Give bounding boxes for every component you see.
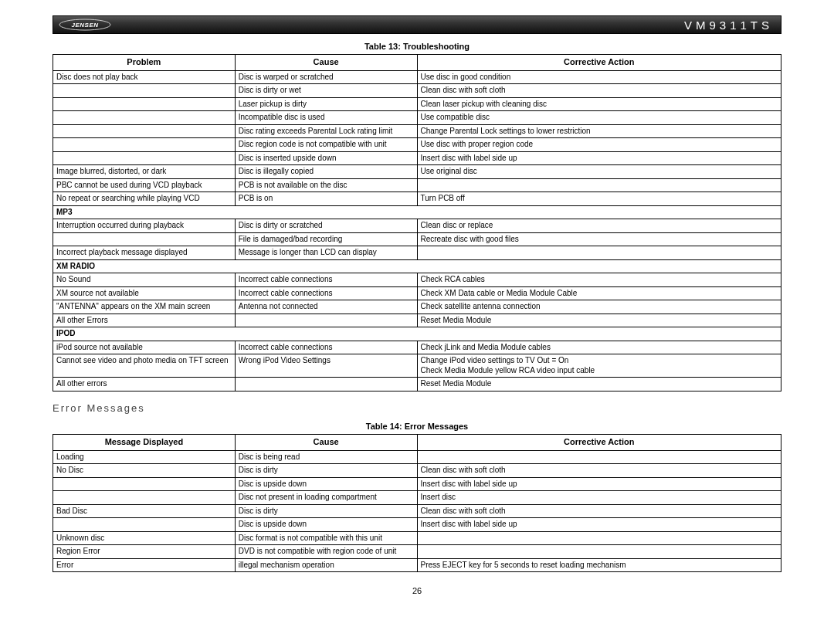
table-cell [235, 314, 417, 327]
table-cell: Insert disc with label side up [417, 151, 781, 165]
table-cell: Unknown disc [53, 531, 236, 545]
table-cell [417, 246, 781, 260]
table-cell: Check satellite antenna connection [417, 300, 781, 314]
table-cell: Disc is illegally copied [235, 165, 417, 179]
table-cell: No repeat or searching while playing VCD [53, 192, 236, 206]
table-cell: Use disc with proper region code [417, 138, 781, 152]
table-cell: Disc region code is not compatible with … [235, 138, 417, 152]
header-bar: JENSEN VM9311TS [53, 15, 781, 34]
table-cell: Disc is dirty [235, 464, 417, 478]
table13-title: Table 13: Troubleshooting [53, 42, 781, 51]
table-cell: Disc is inserted upside down [235, 151, 417, 165]
table-cell: PBC cannot be used during VCD playback [53, 178, 236, 192]
table-cell [53, 518, 236, 532]
table-cell: All other Errors [53, 314, 236, 327]
table-cell: "ANTENNA" appears on the XM main screen [53, 300, 236, 314]
col-header-action: Corrective Action [417, 434, 781, 450]
table-cell: Error [53, 558, 236, 572]
table-cell: Use disc in good condition [417, 70, 781, 84]
table-cell: Press EJECT key for 5 seconds to reset l… [417, 558, 781, 572]
table-cell: Disc is upside down [235, 518, 417, 532]
table-cell: Interruption occurred during playback [53, 219, 236, 233]
table-cell: Reset Media Module [417, 314, 781, 327]
table-cell: Disc does not play back [53, 70, 236, 84]
table-cell [53, 138, 236, 152]
table-cell [417, 450, 781, 464]
table-cell: Incompatible disc is used [235, 111, 417, 125]
table-cell: Incorrect cable connections [235, 273, 417, 287]
table-cell: Disc is warped or scratched [235, 70, 417, 84]
table-cell: All other errors [53, 378, 236, 391]
table-cell: Use original disc [417, 165, 781, 179]
table-cell: Incorrect playback message displayed [53, 246, 236, 260]
table-cell: PCB is on [235, 192, 417, 206]
table-cell [53, 84, 236, 98]
table-cell: Wrong iPod Video Settings [235, 354, 417, 378]
error-messages-table: Message Displayed Cause Corrective Actio… [53, 434, 781, 572]
table14-title: Table 14: Error Messages [53, 422, 781, 431]
table-cell [53, 124, 236, 138]
col-header-action: Corrective Action [417, 55, 781, 71]
table-cell: Check XM Data cable or Media Module Cabl… [417, 286, 781, 300]
error-messages-heading: Error Messages [53, 402, 781, 414]
table-cell: DVD is not compatible with region code o… [235, 545, 417, 559]
table-cell: Change iPod video settings to TV Out = O… [417, 354, 781, 378]
table-cell: Change Parental Lock settings to lower r… [417, 124, 781, 138]
table-cell: Clean disc with soft cloth [417, 504, 781, 518]
table-cell: Disc format is not compatible with this … [235, 531, 417, 545]
table-cell: Clean laser pickup with cleaning disc [417, 97, 781, 111]
table-cell: iPod source not available [53, 341, 236, 354]
table-cell: Image blurred, distorted, or dark [53, 165, 236, 179]
troubleshooting-table: Problem Cause Corrective Action Disc doe… [53, 54, 781, 391]
brand-logo: JENSEN [53, 19, 112, 31]
table-cell: PCB is not available on the disc [235, 178, 417, 192]
table-cell: Cannot see video and photo media on TFT … [53, 354, 236, 378]
table-cell: Region Error [53, 545, 236, 559]
table-cell: Incorrect cable connections [235, 286, 417, 300]
table-cell: Turn PCB off [417, 192, 781, 206]
table-cell: Insert disc with label side up [417, 518, 781, 532]
table-cell: Disc is dirty or wet [235, 84, 417, 98]
table-cell [235, 378, 417, 391]
table-cell: Loading [53, 450, 236, 464]
col-header-problem: Problem [53, 55, 236, 71]
table-cell: Disc rating exceeds Parental Lock rating… [235, 124, 417, 138]
table-cell [53, 97, 236, 111]
table-cell [53, 111, 236, 125]
table-cell [417, 178, 781, 192]
table-cell: File is damaged/bad recording [235, 232, 417, 246]
col-header-message: Message Displayed [53, 434, 236, 450]
table-cell: Recreate disc with good files [417, 232, 781, 246]
table-cell: Check RCA cables [417, 273, 781, 287]
table-cell: Use compatible disc [417, 111, 781, 125]
table-cell: Bad Disc [53, 504, 236, 518]
table-cell: Disc is being read [235, 450, 417, 464]
table-cell [53, 151, 236, 165]
col-header-cause: Cause [235, 55, 417, 71]
table-cell [53, 477, 236, 491]
table-cell: illegal mechanism operation [235, 558, 417, 572]
table-cell [53, 232, 236, 246]
table-cell: XM source not available [53, 286, 236, 300]
table-cell: Reset Media Module [417, 378, 781, 391]
table-cell: Message is longer than LCD can display [235, 246, 417, 260]
table-cell: Antenna not connected [235, 300, 417, 314]
brand-text: JENSEN [71, 22, 98, 29]
table-cell [53, 491, 236, 505]
table-cell: Clean disc with soft cloth [417, 464, 781, 478]
col-header-cause: Cause [235, 434, 417, 450]
table-cell: Clean disc with soft cloth [417, 84, 781, 98]
section-row: MP3 [53, 205, 781, 219]
table-cell: Laser pickup is dirty [235, 97, 417, 111]
section-row: IPOD [53, 327, 781, 341]
table-cell: Disc is dirty [235, 504, 417, 518]
section-row: XM RADIO [53, 259, 781, 273]
table-cell [417, 531, 781, 545]
table-cell: Insert disc with label side up [417, 477, 781, 491]
table-cell: Clean disc or replace [417, 219, 781, 233]
table-cell: No Sound [53, 273, 236, 287]
table-cell: Check jLink and Media Module cables [417, 341, 781, 354]
table-cell: Disc is dirty or scratched [235, 219, 417, 233]
table-cell: No Disc [53, 464, 236, 478]
page-number: 26 [53, 586, 781, 595]
